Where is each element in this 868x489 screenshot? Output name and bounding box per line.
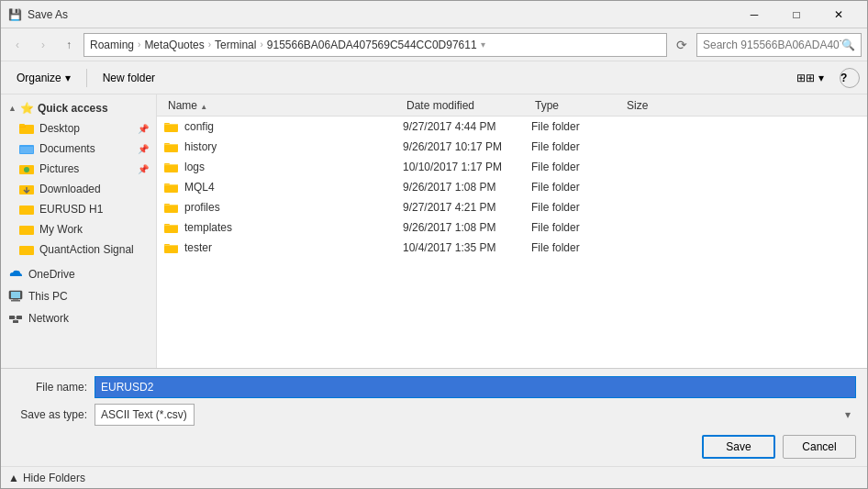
svg-rect-27 [164,145,178,151]
sidebar-label-pictures: Pictures [39,162,79,175]
file-date: 10/4/2017 1:35 PM [403,241,531,254]
folder-icon [164,180,179,194]
help-button[interactable]: ? [840,68,860,88]
forward-button[interactable]: › [32,34,54,56]
file-type: File folder [531,161,623,173]
folder-icon-documents [19,141,34,156]
sidebar-item-pictures[interactable]: Pictures 📌 [1,159,156,179]
folder-icon [164,160,179,174]
sidebar-label-quantaction: QuantAction Signal [39,243,134,256]
save-as-dialog: 💾 Save As ─ □ ✕ ‹ › ↑ Roaming › MetaQuot… [0,0,868,489]
saveastype-select[interactable]: ASCII Text (*.csv) [95,404,195,426]
breadcrumb-terminal[interactable]: Terminal [215,39,256,51]
folder-icon [164,220,179,235]
toolbar-separator [86,69,87,87]
organize-arrow-icon: ▾ [65,72,71,84]
view-button[interactable]: ⊞⊞ ▾ [788,67,832,89]
pin-icon-desktop: 📌 [138,124,149,134]
quick-access-section[interactable]: ▲ ⭐ Quick access [1,98,156,118]
folder-icon-quantaction [19,242,34,257]
svg-rect-10 [19,246,34,255]
search-icon: 🔍 [841,39,855,51]
sidebar-item-quantaction[interactable]: QuantAction Signal [1,239,156,260]
refresh-button[interactable]: ⟳ [671,34,693,56]
breadcrumb-bar[interactable]: Roaming › MetaQuotes › Terminal › 915566… [83,33,667,57]
onedrive-item[interactable]: OneDrive [1,263,156,285]
sidebar-label-documents: Documents [39,142,95,155]
nav-bar: ‹ › ↑ Roaming › MetaQuotes › Terminal › … [1,28,867,61]
up-button[interactable]: ↑ [58,34,80,56]
file-type: File folder [531,140,623,153]
collapse-arrow-icon: ▲ [8,104,17,113]
close-button[interactable]: ✕ [818,1,860,28]
filename-input[interactable] [95,376,856,398]
filename-label: File name: [12,381,95,394]
folder-icon-pictures [19,161,34,176]
folder-icon [164,240,179,255]
file-name-text: MQL4 [184,181,215,194]
sidebar-label-desktop: Desktop [39,122,80,135]
table-row[interactable]: profiles 9/27/2017 4:21 PM File folder [157,197,867,217]
table-row[interactable]: logs 10/10/2017 1:17 PM File folder [157,157,867,177]
svg-rect-2 [19,124,25,127]
svg-rect-31 [164,165,178,172]
svg-rect-13 [13,299,18,300]
minimize-button[interactable]: ─ [733,1,775,28]
cancel-button[interactable]: Cancel [783,435,856,459]
sidebar-item-documents[interactable]: Documents 📌 [1,139,156,159]
svg-rect-9 [19,226,34,235]
title-buttons: ─ □ ✕ [733,1,860,28]
button-row: Save Cancel [12,431,856,459]
sidebar-item-desktop[interactable]: Desktop 📌 [1,118,156,139]
file-date: 9/26/2017 10:17 PM [403,140,531,153]
sidebar-item-eurusd[interactable]: EURUSD H1 [1,199,156,219]
svg-rect-43 [164,226,178,232]
col-header-name[interactable]: Name ▲ [164,99,403,112]
network-item[interactable]: Network [1,307,156,329]
sidebar-label-eurusd: EURUSD H1 [39,203,103,216]
back-button[interactable]: ‹ [6,34,28,56]
folder-icon-eurusd [19,202,34,217]
breadcrumb-guid[interactable]: 915566BA06ADA407569C544CC0D97611 [267,39,477,51]
svg-rect-47 [164,246,178,252]
folder-icon [164,200,179,215]
col-header-type[interactable]: Type [531,99,623,112]
file-date: 9/26/2017 1:08 PM [403,181,531,194]
sidebar-item-mywork[interactable]: My Work [1,219,156,239]
view-icon: ⊞⊞ [796,72,815,84]
svg-rect-16 [17,316,22,319]
svg-rect-14 [11,300,20,302]
table-row[interactable]: config 9/27/2017 4:44 PM File folder [157,117,867,137]
folder-icon-downloaded [19,182,34,196]
title-bar: 💾 Save As ─ □ ✕ [1,1,867,28]
folder-icon-desktop [19,121,34,136]
breadcrumb-roaming[interactable]: Roaming [90,39,134,51]
hide-folders-bar[interactable]: ▲ Hide Folders [1,466,867,488]
svg-rect-39 [164,206,178,212]
table-row[interactable]: MQL4 9/26/2017 1:08 PM File folder [157,177,867,197]
save-button[interactable]: Save [702,435,775,459]
organize-button[interactable]: Organize ▾ [8,67,79,89]
table-row[interactable]: history 9/26/2017 10:17 PM File folder [157,137,867,157]
col-header-size[interactable]: Size [623,99,696,112]
col-header-date[interactable]: Date modified [403,99,531,112]
table-row[interactable]: templates 9/26/2017 1:08 PM File folder [157,217,867,238]
toolbar: Organize ▾ New folder ⊞⊞ ▾ ? [1,61,867,94]
window-title: Save As [28,8,68,21]
sidebar: ▲ ⭐ Quick access Desktop 📌 Documents [1,94,157,368]
quick-access-label: ⭐ [20,102,34,115]
thispc-item[interactable]: This PC [1,285,156,307]
breadcrumb-metaquotes[interactable]: MetaQuotes [144,39,204,51]
file-name-text: logs [184,161,205,173]
folder-icon [164,119,179,134]
search-input[interactable] [703,39,841,51]
saveastype-wrapper: ASCII Text (*.csv) [95,404,856,426]
title-bar-left: 💾 Save As [8,8,68,21]
sidebar-item-downloaded[interactable]: Downloaded [1,179,156,199]
table-row[interactable]: tester 10/4/2017 1:35 PM File folder [157,238,867,258]
maximize-button[interactable]: □ [775,1,818,28]
file-date: 9/26/2017 1:08 PM [403,221,531,234]
svg-rect-4 [20,147,33,153]
new-folder-button[interactable]: New folder [95,67,163,89]
onedrive-label: OneDrive [28,268,75,281]
